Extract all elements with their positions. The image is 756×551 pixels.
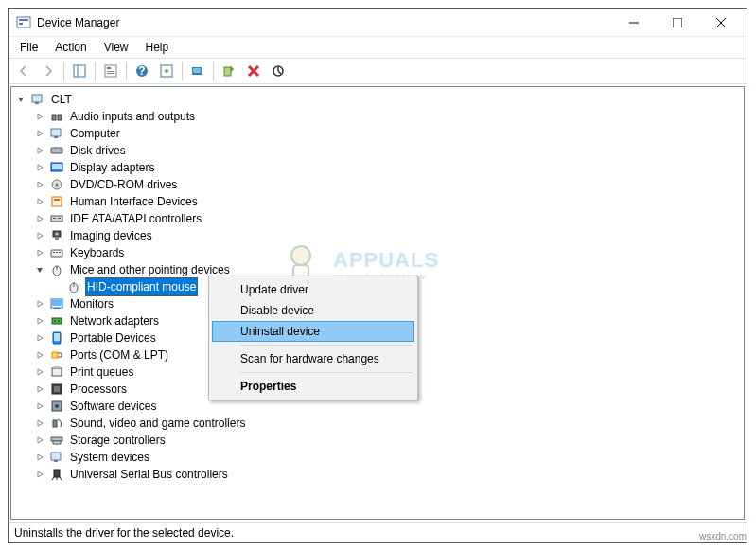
chevron-right-icon[interactable] <box>32 330 47 346</box>
close-button[interactable] <box>699 9 743 37</box>
category-icon <box>49 416 64 431</box>
cm-separator <box>240 345 413 346</box>
root-label: CLT <box>49 91 74 108</box>
scan-hardware-button[interactable] <box>186 60 209 82</box>
tree-category[interactable]: Human Interface Devices <box>32 193 742 210</box>
category-label: Mice and other pointing devices <box>68 261 232 278</box>
svg-rect-51 <box>54 308 60 309</box>
chevron-right-icon[interactable] <box>32 296 47 311</box>
tree-category[interactable]: Audio inputs and outputs <box>32 108 742 125</box>
svg-rect-21 <box>32 95 42 102</box>
context-menu: Update driver Disable device Uninstall d… <box>208 276 418 400</box>
forward-button[interactable] <box>37 60 60 82</box>
chevron-right-icon[interactable] <box>32 194 47 209</box>
chevron-right-icon[interactable] <box>32 364 47 380</box>
svg-rect-64 <box>53 420 57 427</box>
category-icon <box>49 347 64 363</box>
menu-help[interactable]: Help <box>138 39 177 56</box>
tree-category[interactable]: Universal Serial Bus controllers <box>32 466 742 483</box>
chevron-right-icon[interactable] <box>32 467 47 482</box>
cm-uninstall-device[interactable]: Uninstall device <box>212 321 414 342</box>
tree-category[interactable]: Display adapters <box>32 159 742 176</box>
category-label: Imaging devices <box>68 227 154 244</box>
svg-rect-7 <box>74 65 85 77</box>
toolbar-separator <box>213 62 214 80</box>
statusbar: Uninstalls the driver for the selected d… <box>9 522 747 542</box>
show-hide-tree-button[interactable] <box>68 60 91 82</box>
chevron-right-icon[interactable] <box>32 126 47 141</box>
tree-root[interactable]: CLT <box>13 91 742 108</box>
category-label: Sound, video and game controllers <box>68 415 247 432</box>
svg-rect-69 <box>54 470 60 477</box>
update-driver-button[interactable] <box>218 60 240 82</box>
category-label: IDE ATA/ATAPI controllers <box>68 210 203 227</box>
svg-rect-61 <box>54 386 60 392</box>
tree-category[interactable]: Sound, video and game controllers <box>32 415 742 432</box>
chevron-right-icon[interactable] <box>32 211 47 226</box>
chevron-right-icon[interactable] <box>32 245 47 260</box>
category-label: Monitors <box>68 295 115 312</box>
minimize-button[interactable] <box>612 9 656 37</box>
category-label: System devices <box>68 449 151 466</box>
tree-category[interactable]: Computer <box>32 125 742 142</box>
svg-point-53 <box>54 320 56 322</box>
chevron-right-icon[interactable] <box>32 313 47 329</box>
category-icon <box>49 177 64 192</box>
uninstall-button[interactable] <box>242 60 265 82</box>
chevron-right-icon[interactable] <box>32 160 47 175</box>
svg-rect-67 <box>51 453 61 460</box>
computer-icon <box>30 92 45 107</box>
category-icon <box>49 126 64 141</box>
chevron-right-icon[interactable] <box>32 416 47 431</box>
svg-point-40 <box>56 233 59 236</box>
category-icon <box>49 296 64 311</box>
svg-point-16 <box>165 69 168 73</box>
chevron-right-icon[interactable] <box>32 143 47 158</box>
mouse-icon <box>66 279 81 294</box>
chevron-right-icon[interactable] <box>32 450 47 465</box>
svg-rect-22 <box>35 102 39 104</box>
svg-point-32 <box>56 184 59 187</box>
window-title: Device Manager <box>37 16 612 29</box>
tree-category[interactable]: Keyboards <box>32 244 742 261</box>
tree-category[interactable]: DVD/CD-ROM drives <box>32 176 742 193</box>
cm-scan-hardware[interactable]: Scan for hardware changes <box>212 348 414 369</box>
category-icon <box>49 450 64 465</box>
chevron-right-icon[interactable] <box>32 109 47 124</box>
action-button[interactable] <box>155 60 178 82</box>
svg-rect-12 <box>107 73 114 74</box>
category-label: DVD/CD-ROM drives <box>68 176 179 193</box>
cm-disable-device[interactable]: Disable device <box>212 300 414 321</box>
tree-category[interactable]: Storage controllers <box>32 432 742 449</box>
properties-button[interactable] <box>99 60 122 82</box>
menu-action[interactable]: Action <box>47 39 94 56</box>
category-label: Portable Devices <box>68 329 158 347</box>
tree-category[interactable]: System devices <box>32 449 742 466</box>
category-icon <box>49 211 64 226</box>
chevron-right-icon[interactable] <box>32 228 47 243</box>
svg-rect-19 <box>224 67 231 76</box>
svg-rect-50 <box>52 300 62 306</box>
svg-point-63 <box>55 404 59 408</box>
chevron-right-icon[interactable] <box>32 347 47 363</box>
help-button[interactable]: ? <box>131 60 153 82</box>
menu-view[interactable]: View <box>97 39 136 56</box>
chevron-down-icon[interactable] <box>32 262 47 277</box>
svg-rect-39 <box>55 237 59 240</box>
chevron-right-icon[interactable] <box>32 433 47 448</box>
disable-button[interactable] <box>267 60 290 82</box>
svg-rect-1 <box>19 19 28 21</box>
cm-update-driver[interactable]: Update driver <box>212 279 414 300</box>
chevron-right-icon[interactable] <box>32 382 47 397</box>
tree-category[interactable]: IDE ATA/ATAPI controllers <box>32 210 742 227</box>
chevron-right-icon[interactable] <box>32 399 47 414</box>
tree-category[interactable]: Disk drives <box>32 142 742 159</box>
maximize-button[interactable] <box>656 9 699 37</box>
menu-file[interactable]: File <box>12 39 45 56</box>
chevron-down-icon[interactable] <box>13 92 28 107</box>
svg-rect-24 <box>58 115 62 120</box>
cm-properties[interactable]: Properties <box>212 376 414 397</box>
back-button[interactable] <box>12 60 35 82</box>
chevron-right-icon[interactable] <box>32 177 47 192</box>
tree-category[interactable]: Imaging devices <box>32 227 742 244</box>
